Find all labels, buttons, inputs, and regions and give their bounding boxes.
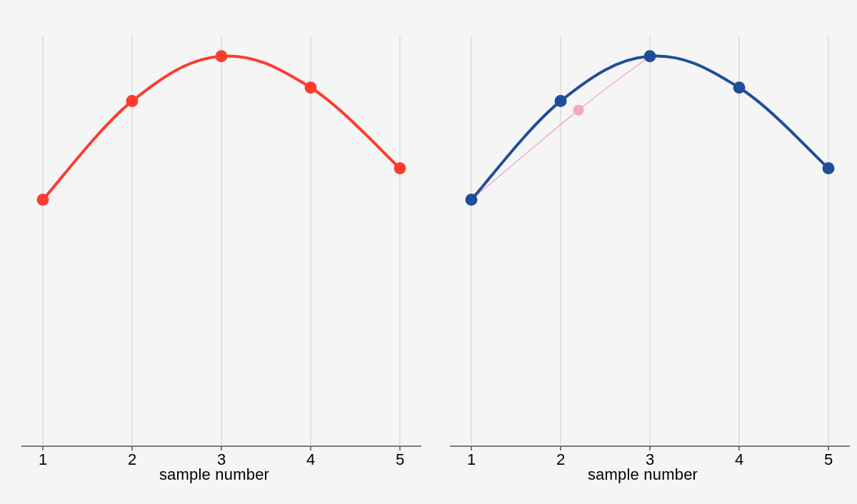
data-point [733,81,746,94]
right-xlabel: sample number [428,465,857,484]
data-point [394,162,406,174]
chart-pair-container: 12345 sample number 12345 sample number [0,0,857,504]
data-point [216,50,228,62]
left-xlabel: sample number [0,465,428,484]
data-point [37,193,49,206]
data-point [823,162,835,174]
left-chart-svg: 12345 [0,0,428,504]
data-point [126,95,139,107]
data-point [644,50,656,62]
right-chart-panel: 12345 sample number [428,0,857,504]
data-point [305,81,317,94]
data-point [555,95,567,107]
right-chart-svg: 12345 [428,0,857,504]
pink-point [573,105,584,116]
data-point [466,193,478,206]
left-chart-panel: 12345 sample number [0,0,428,504]
